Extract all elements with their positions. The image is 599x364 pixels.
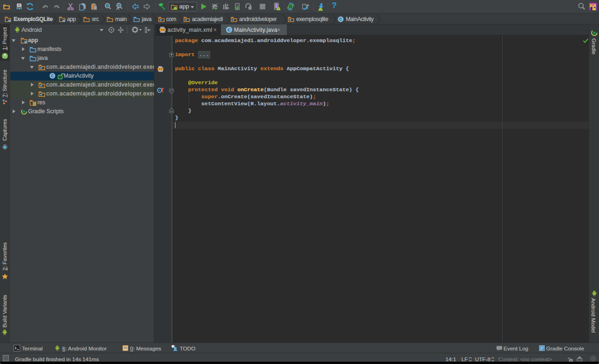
svg-text:A: A bbox=[117, 6, 120, 11]
